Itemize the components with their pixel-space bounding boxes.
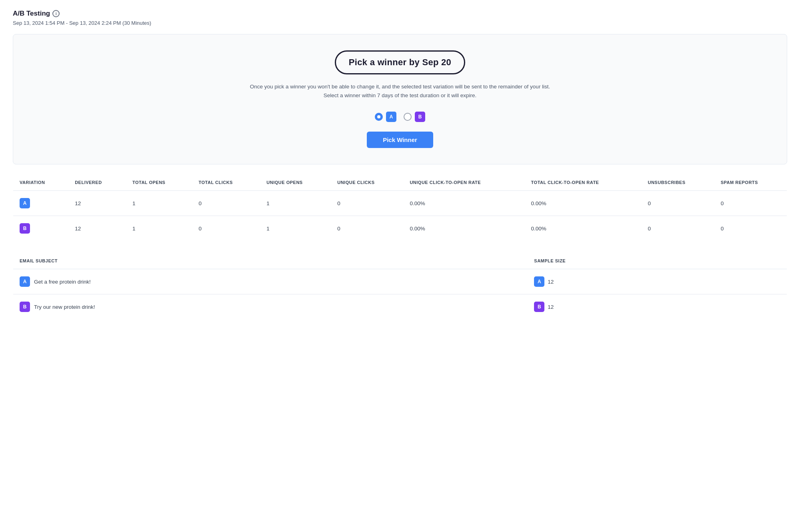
subject-variation-badge: A <box>20 276 30 287</box>
col-sample-size: SAMPLE SIZE <box>528 253 787 269</box>
variation-selector: A B <box>375 112 425 122</box>
col-variation: VARIATION <box>13 174 69 191</box>
subject-text: Try our new protein drink! <box>34 304 95 310</box>
col-unique-ctor: UNIQUE CLICK-TO-OPEN RATE <box>403 174 524 191</box>
cell-total-opens: 1 <box>126 191 192 216</box>
radio-group-b[interactable]: B <box>404 112 425 122</box>
col-total-clicks: TOTAL CLICKS <box>192 174 260 191</box>
subject-text: Get a free protein drink! <box>34 279 91 285</box>
variation-badge: A <box>20 198 30 208</box>
variation-a-label: A <box>386 112 396 122</box>
page-title: A/B Testing i <box>13 10 787 18</box>
cell-unique-ctor: 0.00% <box>403 191 524 216</box>
table-row: A Get a free protein drink! A 12 <box>13 269 787 294</box>
col-unique-clicks: UNIQUE CLICKS <box>331 174 403 191</box>
cell-subject: A Get a free protein drink! <box>13 269 528 294</box>
cell-unique-opens: 1 <box>260 216 331 241</box>
winner-badge: Pick a winner by Sep 20 <box>335 50 465 74</box>
info-icon[interactable]: i <box>52 10 60 17</box>
sample-variation-badge: A <box>534 276 544 287</box>
subject-table: EMAIL SUBJECT SAMPLE SIZE A Get a free p… <box>13 252 787 320</box>
radio-b[interactable] <box>404 113 412 121</box>
cell-delivered: 12 <box>68 216 126 241</box>
winner-card: Pick a winner by Sep 20 Once you pick a … <box>13 34 787 164</box>
sample-size-value: 12 <box>548 304 554 310</box>
cell-unique-ctor: 0.00% <box>403 216 524 241</box>
variation-badge: B <box>20 223 30 234</box>
subject-cell: A Get a free protein drink! <box>20 276 521 287</box>
radio-a[interactable] <box>375 113 383 121</box>
table-row: B Try our new protein drink! B 12 <box>13 294 787 320</box>
cell-unique-opens: 1 <box>260 191 331 216</box>
col-spam: SPAM REPORTS <box>714 174 787 191</box>
cell-sample-size: A 12 <box>528 269 787 294</box>
table-row: B 12 1 0 1 0 0.00% 0.00% 0 0 <box>13 216 787 241</box>
cell-unsubscribes: 0 <box>641 191 714 216</box>
col-total-ctor: TOTAL CLICK-TO-OPEN RATE <box>525 174 642 191</box>
cell-total-ctor: 0.00% <box>525 191 642 216</box>
variation-b-label: B <box>415 112 425 122</box>
cell-unique-clicks: 0 <box>331 216 403 241</box>
title-text: A/B Testing <box>13 10 50 18</box>
sample-size-value: 12 <box>548 279 554 285</box>
sample-cell: B 12 <box>534 302 780 312</box>
cell-variation: B <box>13 216 69 241</box>
col-unique-opens: UNIQUE OPENS <box>260 174 331 191</box>
radio-group-a[interactable]: A <box>375 112 396 122</box>
table-row: A 12 1 0 1 0 0.00% 0.00% 0 0 <box>13 191 787 216</box>
cell-spam: 0 <box>714 191 787 216</box>
col-email-subject: EMAIL SUBJECT <box>13 253 528 269</box>
cell-unsubscribes: 0 <box>641 216 714 241</box>
stats-table: VARIATION DELIVERED TOTAL OPENS TOTAL CL… <box>13 174 787 241</box>
cell-total-opens: 1 <box>126 216 192 241</box>
cell-total-ctor: 0.00% <box>525 216 642 241</box>
cell-total-clicks: 0 <box>192 191 260 216</box>
cell-delivered: 12 <box>68 191 126 216</box>
sample-variation-badge: B <box>534 302 544 312</box>
winner-description: Once you pick a winner you won't be able… <box>244 82 556 100</box>
pick-winner-button[interactable]: Pick Winner <box>367 132 433 148</box>
cell-spam: 0 <box>714 216 787 241</box>
col-unsubscribes: UNSUBSCRIBES <box>641 174 714 191</box>
subject-cell: B Try our new protein drink! <box>20 302 521 312</box>
date-range: Sep 13, 2024 1:54 PM - Sep 13, 2024 2:24… <box>13 20 787 26</box>
col-total-opens: TOTAL OPENS <box>126 174 192 191</box>
cell-sample-size: B 12 <box>528 294 787 320</box>
subject-variation-badge: B <box>20 302 30 312</box>
cell-unique-clicks: 0 <box>331 191 403 216</box>
cell-variation: A <box>13 191 69 216</box>
cell-subject: B Try our new protein drink! <box>13 294 528 320</box>
sample-cell: A 12 <box>534 276 780 287</box>
col-delivered: DELIVERED <box>68 174 126 191</box>
cell-total-clicks: 0 <box>192 216 260 241</box>
